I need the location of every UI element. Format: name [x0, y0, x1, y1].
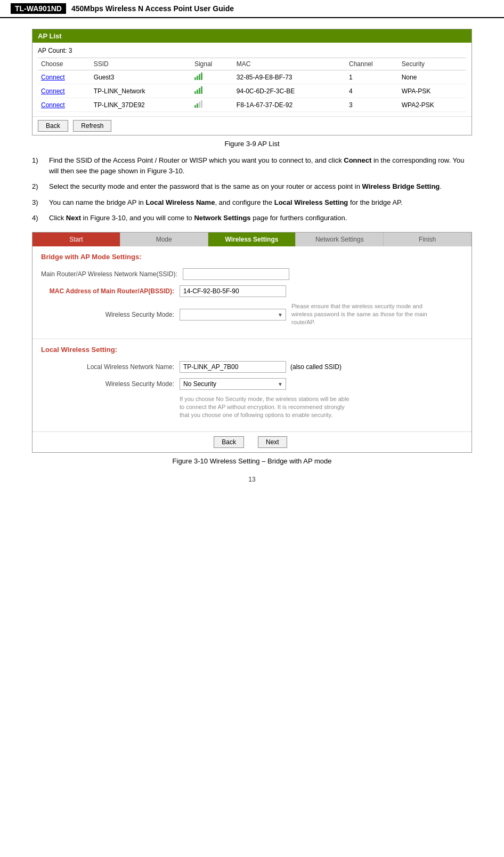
instruction-4: 4) Click Next in Figure 3-10, and you wi… — [32, 213, 472, 223]
table-row: ConnectTP-LINK_Network94-0C-6D-2F-3C-BE4… — [38, 84, 466, 98]
signal-cell — [191, 70, 233, 84]
back-button-2[interactable]: Back — [214, 436, 244, 448]
mac-label: MAC Address of Main Router/AP(BSSID): — [41, 287, 180, 295]
refresh-button[interactable]: Refresh — [73, 120, 111, 132]
signal-cell — [191, 98, 233, 112]
security-cell: WPA-PSK — [399, 84, 466, 98]
local-help-row: If you choose No Security mode, the wire… — [41, 395, 463, 420]
col-signal: Signal — [191, 58, 233, 70]
bridge-security-select-wrap: No Security WPA-PSK WPA2-PSK ▼ — [180, 309, 286, 321]
channel-cell: 3 — [346, 98, 399, 112]
ssid-cell: Guest3 — [91, 70, 191, 84]
local-security-row: Wireless Security Mode: No Security WPA-… — [41, 378, 463, 390]
local-ssid-input[interactable] — [180, 361, 286, 373]
connect-link[interactable]: Connect — [41, 74, 65, 81]
bridge-section-title: Bridge with AP Mode Settings: — [41, 253, 463, 261]
instruction-2: 2) Select the security mode and enter th… — [32, 181, 472, 192]
mac-cell: 32-85-A9-E8-BF-73 — [233, 70, 346, 84]
col-channel: Channel — [346, 58, 399, 70]
local-help-text: If you choose No Security mode, the wire… — [180, 395, 350, 420]
main-ssid-label: Main Router/AP Wireless Network Name(SSI… — [41, 270, 183, 278]
local-ssid-label: Local Wireless Network Name: — [41, 363, 180, 371]
ssid-cell: TP-LINK_Network — [91, 84, 191, 98]
local-security-select[interactable]: No Security WPA-PSK WPA2-PSK — [180, 378, 286, 390]
tab-network-settings[interactable]: Network Settings — [296, 233, 384, 246]
mac-row: MAC Address of Main Router/AP(BSSID): 14… — [41, 285, 463, 297]
tab-wireless-settings[interactable]: Wireless Settings — [208, 233, 296, 246]
tab-mode[interactable]: Mode — [120, 233, 208, 246]
wizard-tabs: Start Mode Wireless Settings Network Set… — [32, 233, 472, 246]
ap-list-header: AP List — [32, 29, 472, 43]
local-security-select-wrap: No Security WPA-PSK WPA2-PSK ▼ — [180, 378, 286, 390]
figure1-caption: Figure 3-9 AP List — [32, 140, 472, 148]
figure2-caption: Figure 3-10 Wireless Setting – Bridge wi… — [32, 457, 472, 465]
col-choose: Choose — [38, 58, 91, 70]
local-wireless-section: Local Wireless Setting: Local Wireless N… — [32, 339, 472, 431]
signal-bars — [194, 73, 202, 80]
channel-cell: 4 — [346, 84, 399, 98]
col-ssid: SSID — [91, 58, 191, 70]
ap-list-footer: Back Refresh — [32, 116, 472, 135]
mac-cell: F8-1A-67-37-DE-92 — [233, 98, 346, 112]
col-security: Security — [399, 58, 466, 70]
tab-finish[interactable]: Finish — [384, 233, 472, 246]
connect-link[interactable]: Connect — [41, 101, 65, 109]
page-content: AP List AP Count: 3 Choose SSID Signal M… — [0, 23, 504, 499]
instruction-1: 1) Find the SSID of the Access Point / R… — [32, 155, 472, 176]
back-button-1[interactable]: Back — [38, 120, 68, 132]
ssid-cell: TP-LINK_37DE92 — [91, 98, 191, 112]
page-number: 13 — [32, 476, 472, 483]
figure-ap-list: AP List AP Count: 3 Choose SSID Signal M… — [32, 29, 472, 135]
ap-table: Choose SSID Signal MAC Channel Security … — [38, 58, 466, 112]
bridge-help-text: Please ensure that the wireless security… — [291, 302, 441, 327]
instructions-list: 1) Find the SSID of the Access Point / R… — [32, 155, 472, 223]
bridge-settings-section: Bridge with AP Mode Settings: Main Route… — [32, 246, 472, 339]
channel-cell: 1 — [346, 70, 399, 84]
instruction-3: 3) You can name the bridge AP in Local W… — [32, 197, 472, 208]
connect-link[interactable]: Connect — [41, 87, 65, 95]
next-button[interactable]: Next — [258, 436, 287, 448]
page-header: TL-WA901ND 450Mbps Wireless N Access Poi… — [0, 0, 504, 18]
main-ssid-input[interactable] — [183, 268, 289, 280]
local-ssid-suffix: (also called SSID) — [290, 363, 342, 371]
security-cell: WPA2-PSK — [399, 98, 466, 112]
table-row: ConnectTP-LINK_37DE92F8-1A-67-37-DE-923W… — [38, 98, 466, 112]
bridge-security-row: Wireless Security Mode: No Security WPA-… — [41, 302, 463, 327]
security-cell: None — [399, 70, 466, 84]
bridge-security-label: Wireless Security Mode: — [41, 311, 180, 318]
tab-start[interactable]: Start — [32, 233, 120, 246]
product-name: TL-WA901ND — [11, 3, 66, 14]
mac-value: 14-CF-92-B0-5F-90 — [180, 285, 286, 297]
signal-bars — [194, 86, 202, 94]
col-mac: MAC — [233, 58, 346, 70]
main-ssid-row: Main Router/AP Wireless Network Name(SSI… — [41, 268, 463, 280]
ap-list-body: AP Count: 3 Choose SSID Signal MAC Chann… — [32, 43, 472, 116]
table-row: ConnectGuest332-85-A9-E8-BF-731None — [38, 70, 466, 84]
signal-cell — [191, 84, 233, 98]
bridge-security-select[interactable]: No Security WPA-PSK WPA2-PSK — [180, 309, 286, 321]
ap-count: AP Count: 3 — [38, 47, 466, 54]
figure-wireless-settings: Start Mode Wireless Settings Network Set… — [32, 232, 472, 453]
mac-cell: 94-0C-6D-2F-3C-BE — [233, 84, 346, 98]
local-section-title: Local Wireless Setting: — [41, 346, 463, 354]
local-security-label: Wireless Security Mode: — [41, 380, 180, 388]
guide-title: 450Mbps Wireless N Access Point User Gui… — [71, 4, 234, 13]
local-ssid-row: Local Wireless Network Name: (also calle… — [41, 361, 463, 373]
signal-bars — [194, 100, 202, 108]
figure2-buttons: Back Next — [32, 431, 472, 452]
